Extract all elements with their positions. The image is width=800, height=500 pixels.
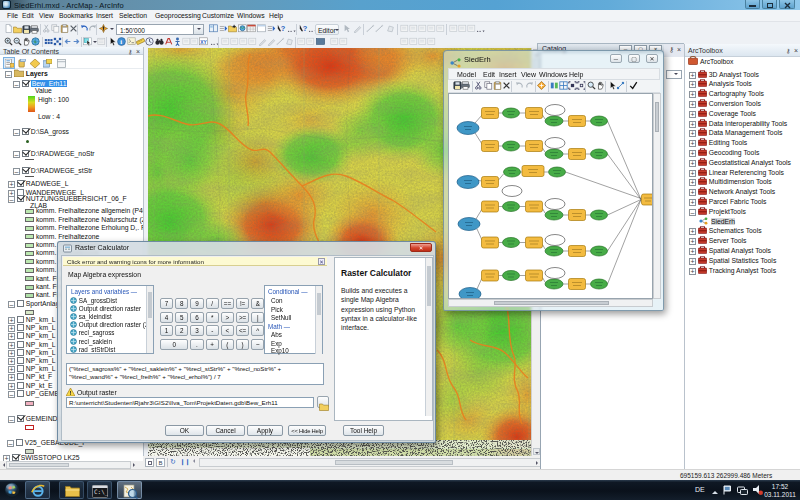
svg-text:?: ? bbox=[303, 24, 308, 33]
svg-text:!: ! bbox=[69, 390, 71, 396]
svg-text:?: ? bbox=[281, 24, 286, 33]
svg-text:i: i bbox=[120, 38, 122, 45]
svg-text:XY: XY bbox=[200, 40, 207, 45]
svg-text:C:\_: C:\_ bbox=[94, 488, 108, 496]
